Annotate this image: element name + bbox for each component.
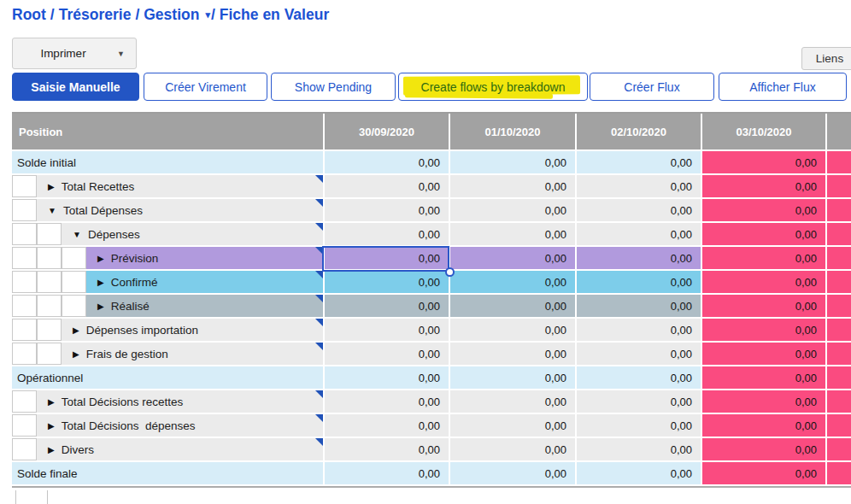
value-cell[interactable]: 0,00 <box>449 319 575 341</box>
value-cell-clipped[interactable] <box>825 366 851 389</box>
value-cell[interactable]: 0,00 <box>323 271 449 293</box>
value-cell[interactable]: 0,00 <box>575 247 701 269</box>
saisie-manuelle-button[interactable]: Saisie Manuelle <box>12 73 139 101</box>
value-cell-clipped[interactable] <box>825 343 851 365</box>
value-cell[interactable]: 0,00 <box>323 366 449 389</box>
row-label[interactable]: Solde initial <box>12 151 323 173</box>
show-pending-button[interactable]: Show Pending <box>271 73 396 101</box>
value-cell[interactable]: 0,00 <box>701 223 825 245</box>
value-cell[interactable]: 0,00 <box>323 414 449 437</box>
value-cell[interactable]: 0,00 <box>701 151 825 173</box>
row-label[interactable]: ▶Prévision <box>86 247 323 269</box>
value-cell[interactable]: 0,00 <box>323 151 449 173</box>
value-cell[interactable]: 0,00 <box>575 175 701 197</box>
value-cell[interactable]: 0,00 <box>449 438 575 460</box>
value-cell[interactable]: 0,00 <box>449 175 575 197</box>
row-label[interactable]: ▶Divers <box>37 438 323 460</box>
expand-toggle-icon[interactable]: ▶ <box>48 445 55 454</box>
expand-toggle-icon[interactable]: ▶ <box>48 397 55 407</box>
value-cell[interactable]: 0,00 <box>701 343 825 365</box>
value-cell[interactable]: 0,00 <box>575 366 701 389</box>
value-cell[interactable]: 0,00 <box>449 390 575 413</box>
value-cell[interactable]: 0,00 <box>701 175 825 197</box>
value-cell[interactable]: 0,00 <box>701 366 825 389</box>
row-label[interactable]: ▶Total Recettes <box>37 175 323 197</box>
chevron-down-icon[interactable]: ▾ <box>205 9 210 20</box>
imprimer-button[interactable]: Imprimer ▼ <box>12 38 137 69</box>
value-cell[interactable]: 0,00 <box>449 295 575 317</box>
value-cell-clipped[interactable] <box>825 223 851 245</box>
value-cell[interactable]: 0,00 <box>449 343 575 365</box>
value-cell[interactable]: 0,00 <box>323 462 449 484</box>
value-cell[interactable]: 0,00 <box>449 223 575 245</box>
create-flows-by-breakdown-button[interactable]: Create flows by breakdown <box>398 73 588 101</box>
value-cell[interactable]: 0,00 <box>701 295 825 317</box>
row-label[interactable]: ▶Dépenses importation <box>62 319 323 341</box>
value-cell[interactable]: 0,00 <box>575 271 701 293</box>
value-cell[interactable]: 0,00 <box>575 223 701 245</box>
value-cell-clipped[interactable] <box>825 151 851 173</box>
value-cell[interactable]: 0,00 <box>449 151 575 173</box>
value-cell[interactable]: 0,00 <box>575 151 701 173</box>
value-cell-clipped[interactable] <box>825 247 851 269</box>
breadcrumb-gestion[interactable]: Gestion <box>144 6 199 23</box>
value-cell[interactable]: 0,00 <box>323 438 449 460</box>
value-cell[interactable]: 0,00 <box>575 295 701 317</box>
value-cell[interactable]: 0,00 <box>701 199 825 221</box>
fill-handle[interactable] <box>445 267 455 277</box>
value-cell-clipped[interactable] <box>825 271 851 293</box>
value-cell-clipped[interactable] <box>825 175 851 197</box>
value-cell[interactable]: 0,00 <box>701 438 825 460</box>
expand-toggle-icon[interactable]: ▼ <box>48 206 56 215</box>
row-label[interactable]: ▼Dépenses <box>62 223 323 245</box>
row-label[interactable]: Solde finale <box>12 462 323 484</box>
expand-toggle-icon[interactable]: ▼ <box>73 230 81 239</box>
row-label[interactable]: ▼Total Dépenses <box>37 199 323 221</box>
creer-virement-button[interactable]: Créer Virement <box>144 73 267 101</box>
value-cell[interactable]: 0,00 <box>701 247 825 269</box>
value-cell[interactable]: 0,00 <box>575 390 701 413</box>
row-label[interactable]: ▶Total Décisions recettes <box>37 390 323 413</box>
row-label[interactable]: ▶Frais de gestion <box>62 343 323 365</box>
value-cell[interactable]: 0,00 <box>449 271 575 293</box>
expand-toggle-icon[interactable]: ▶ <box>97 278 104 287</box>
creer-flux-button[interactable]: Créer Flux <box>590 73 714 101</box>
value-cell[interactable]: 0,00 <box>575 438 701 460</box>
expand-toggle-icon[interactable]: ▶ <box>73 325 79 335</box>
value-cell[interactable]: 0,00 <box>323 319 449 341</box>
value-cell[interactable]: 0,00 <box>449 414 575 437</box>
value-cell-clipped[interactable] <box>825 438 851 460</box>
value-cell[interactable]: 0,00 <box>449 199 575 221</box>
value-cell[interactable]: 0,00 <box>323 343 449 365</box>
value-cell[interactable]: 0,00 <box>575 462 701 484</box>
expand-toggle-icon[interactable]: ▶ <box>97 302 104 311</box>
liens-button[interactable]: Liens <box>801 47 851 70</box>
value-cell[interactable]: 0,00 <box>449 366 575 389</box>
value-cell[interactable]: 0,00 <box>323 223 449 245</box>
value-cell[interactable]: 0,00 <box>701 319 825 341</box>
value-cell[interactable]: 0,00 <box>449 247 575 269</box>
value-cell[interactable]: 0,00 <box>575 343 701 365</box>
expand-toggle-icon[interactable]: ▶ <box>48 182 55 191</box>
value-cell-clipped[interactable] <box>825 414 851 437</box>
value-cell[interactable]: 0,00 <box>701 390 825 413</box>
value-cell[interactable]: 0,00 <box>323 295 449 317</box>
value-cell[interactable]: 0,00 <box>701 271 825 293</box>
value-cell[interactable]: 0,00 <box>449 462 575 484</box>
value-cell[interactable]: 0,00 <box>575 414 701 437</box>
value-cell-clipped[interactable] <box>825 319 851 341</box>
breadcrumb-tresorerie[interactable]: Trésorerie <box>59 6 132 23</box>
value-cell[interactable]: 0,00 <box>323 390 449 413</box>
afficher-flux-button[interactable]: Afficher Flux <box>719 73 847 101</box>
breadcrumb-root[interactable]: Root <box>12 6 46 23</box>
value-cell-clipped[interactable] <box>825 462 851 484</box>
expand-toggle-icon[interactable]: ▶ <box>73 349 79 359</box>
expand-toggle-icon[interactable]: ▶ <box>48 421 55 431</box>
value-cell[interactable]: 0,00 <box>323 247 449 269</box>
value-cell[interactable]: 0,00 <box>701 462 825 484</box>
value-cell[interactable]: 0,00 <box>323 175 449 197</box>
value-cell-clipped[interactable] <box>825 199 851 221</box>
value-cell-clipped[interactable] <box>825 295 851 317</box>
value-cell[interactable]: 0,00 <box>701 414 825 437</box>
value-cell[interactable]: 0,00 <box>575 319 701 341</box>
